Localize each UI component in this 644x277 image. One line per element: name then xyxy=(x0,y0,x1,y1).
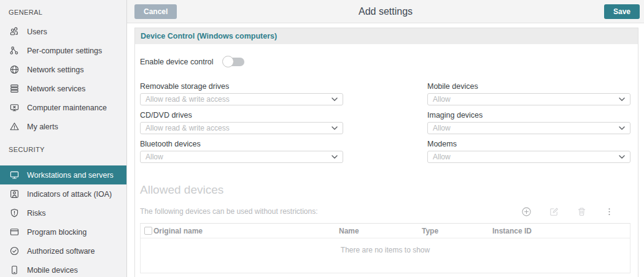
person-badge-icon xyxy=(9,189,20,200)
sidebar-item-label: Mobile devices xyxy=(27,266,78,275)
select-value: Allow xyxy=(145,153,163,161)
plus-circle-icon xyxy=(521,207,532,217)
panel-section-title: Device Control (Windows computers) xyxy=(135,28,638,44)
field-imaging-devices: Imaging devices Allow xyxy=(427,111,630,134)
sidebar-item-network-settings[interactable]: Network settings xyxy=(0,60,126,79)
column-header-name: Name xyxy=(339,227,422,235)
sidebar-item-program-blocking[interactable]: Program blocking xyxy=(0,222,126,241)
add-device-button[interactable] xyxy=(521,206,532,217)
sidebar-item-label: Workstations and servers xyxy=(27,171,114,180)
warning-triangle-icon xyxy=(9,121,20,132)
select-value: Allow read & write access xyxy=(145,124,230,132)
monitor-icon xyxy=(9,170,20,181)
empty-message: There are no items to show xyxy=(341,246,430,254)
sidebar-item-label: Authorized software xyxy=(27,247,95,256)
device-control-panel: Device Control (Windows computers) Enabl… xyxy=(134,28,638,277)
sidebar-section-security: SECURITY xyxy=(0,146,126,153)
field-cd-dvd-drives: CD/DVD drives Allow read & write access xyxy=(140,111,343,134)
select-value: Allow read & write access xyxy=(145,95,230,104)
allowed-devices-bar: The following devices can be used withou… xyxy=(140,206,630,217)
chevron-down-icon xyxy=(619,155,625,159)
enable-device-control-row: Enable device control xyxy=(140,58,630,66)
chevron-down-icon xyxy=(332,155,338,159)
sidebar-item-label: Network services xyxy=(27,85,85,93)
sidebar-item-workstations-and-servers[interactable]: Workstations and servers xyxy=(0,165,126,184)
sidebar-item-network-services[interactable]: Network services xyxy=(0,79,126,98)
column-header-instance-id: Instance ID xyxy=(492,227,630,235)
sidebar-item-label: Indicators of attack (IOA) xyxy=(27,190,112,199)
table-empty-state: There are no items to show xyxy=(141,238,630,273)
sidebar-item-per-computer-settings[interactable]: Per-computer settings xyxy=(0,41,126,60)
sidebar-item-users[interactable]: Users xyxy=(0,22,126,41)
modems-select[interactable]: Allow xyxy=(427,151,630,163)
content: Device Control (Windows computers) Enabl… xyxy=(127,23,644,277)
main-area: Cancel Add settings Save Device Control … xyxy=(127,0,644,277)
select-value: Allow xyxy=(433,153,451,161)
field-mobile-devices: Mobile devices Allow xyxy=(427,82,630,105)
allowed-devices-section: Allowed devices The following devices ca… xyxy=(140,183,630,273)
device-settings-grid: Removable storage drives Allow read & wr… xyxy=(140,82,630,163)
sidebar-item-label: My alerts xyxy=(27,123,58,131)
field-label: Removable storage drives xyxy=(140,82,343,91)
allowed-devices-toolbar xyxy=(521,206,615,217)
sidebar-item-risks[interactable]: Risks xyxy=(0,203,126,222)
save-button[interactable]: Save xyxy=(604,4,640,19)
allowed-devices-table: Original name Name Type Instance ID Ther… xyxy=(140,223,630,273)
kebab-menu-icon xyxy=(604,207,615,217)
check-circle-icon xyxy=(9,246,20,257)
table-header-row: Original name Name Type Instance ID xyxy=(141,224,630,238)
toggle-knob xyxy=(222,56,234,67)
sidebar-item-my-alerts[interactable]: My alerts xyxy=(0,117,126,136)
users-icon xyxy=(9,26,20,37)
cd-dvd-drives-select[interactable]: Allow read & write access xyxy=(140,122,343,134)
monitor-x-icon xyxy=(9,102,20,113)
sidebar-item-authorized-software[interactable]: Authorized software xyxy=(0,241,126,260)
edit-device-button[interactable] xyxy=(548,206,559,217)
field-label: Bluetooth devices xyxy=(140,140,343,148)
window-icon xyxy=(9,227,20,238)
sidebar-item-label: Network settings xyxy=(27,66,83,74)
allowed-devices-title: Allowed devices xyxy=(140,183,630,197)
sidebar-item-indicators-of-attack[interactable]: Indicators of attack (IOA) xyxy=(0,184,126,203)
select-value: Allow xyxy=(433,124,451,132)
chevron-down-icon xyxy=(332,97,338,101)
edit-icon xyxy=(549,207,559,217)
chevron-down-icon xyxy=(332,126,338,130)
app-window: GENERAL Users Per-computer settings Netw… xyxy=(0,0,644,277)
shield-alert-icon xyxy=(9,208,20,219)
imaging-devices-select[interactable]: Allow xyxy=(427,122,630,134)
globe-icon xyxy=(9,64,20,75)
sidebar-item-mobile-devices[interactable]: Mobile devices xyxy=(0,260,126,277)
chevron-down-icon xyxy=(619,97,625,101)
sidebar: GENERAL Users Per-computer settings Netw… xyxy=(0,0,127,277)
sidebar-item-label: Program blocking xyxy=(27,228,87,237)
field-label: Modems xyxy=(427,140,630,148)
sidebar-item-label: Computer maintenance xyxy=(27,104,107,112)
removable-storage-drives-select[interactable]: Allow read & write access xyxy=(140,93,343,105)
topbar: Cancel Add settings Save xyxy=(127,0,644,23)
nodes-icon xyxy=(9,45,20,56)
bluetooth-devices-select[interactable]: Allow xyxy=(140,151,343,163)
field-label: CD/DVD drives xyxy=(140,111,343,120)
sidebar-item-label: Per-computer settings xyxy=(27,47,102,55)
sidebar-item-computer-maintenance[interactable]: Computer maintenance xyxy=(0,98,126,117)
cancel-button[interactable]: Cancel xyxy=(134,4,177,19)
field-removable-storage-drives: Removable storage drives Allow read & wr… xyxy=(140,82,343,105)
field-label: Imaging devices xyxy=(427,111,630,120)
mobile-devices-select[interactable]: Allow xyxy=(427,93,630,105)
delete-device-button[interactable] xyxy=(576,206,587,217)
trash-icon xyxy=(576,207,587,217)
column-header-original-name: Original name xyxy=(153,227,339,235)
more-options-button[interactable] xyxy=(603,206,615,217)
sidebar-section-general: GENERAL xyxy=(0,9,126,16)
sidebar-item-label: Users xyxy=(27,28,47,36)
field-bluetooth-devices: Bluetooth devices Allow xyxy=(140,140,343,163)
server-stack-icon xyxy=(9,83,20,94)
sidebar-item-label: Risks xyxy=(27,209,46,218)
panel-body: Enable device control Removable storage … xyxy=(135,44,638,273)
enable-device-control-toggle[interactable] xyxy=(223,58,244,66)
page-title: Add settings xyxy=(127,6,644,17)
column-header-type: Type xyxy=(422,227,492,235)
select-all-checkbox[interactable] xyxy=(144,227,152,235)
field-label: Mobile devices xyxy=(427,82,630,91)
